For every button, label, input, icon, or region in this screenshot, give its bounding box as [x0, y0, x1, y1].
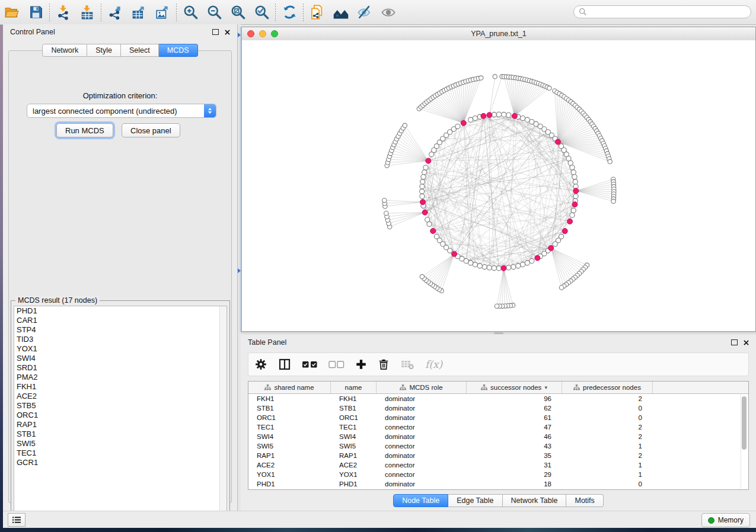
mcds-node[interactable] — [487, 113, 492, 118]
criterion-dropdown[interactable]: largest connected component (undirected) — [27, 104, 216, 118]
network-node[interactable] — [420, 274, 424, 278]
zoom-out-icon[interactable] — [202, 2, 226, 23]
network-node[interactable] — [468, 117, 473, 122]
network-node[interactable] — [568, 161, 573, 165]
table-row[interactable]: YOX1YOX1connector291 — [248, 470, 748, 479]
mcds-node[interactable] — [430, 228, 436, 233]
table-cell[interactable]: 31 — [467, 462, 562, 469]
network-node[interactable] — [434, 234, 439, 239]
table-row[interactable]: ORC1ORC1dominator610 — [248, 413, 748, 422]
table-cell[interactable]: 62 — [467, 405, 562, 412]
result-item[interactable]: SRD1 — [14, 363, 227, 373]
column-icon[interactable] — [278, 356, 291, 373]
mcds-node[interactable] — [422, 210, 428, 215]
network-node[interactable] — [423, 165, 428, 170]
tab-edge-table[interactable]: Edge Table — [448, 494, 502, 507]
zoom-in-icon[interactable] — [178, 2, 202, 23]
result-item[interactable]: ORC1 — [14, 411, 227, 420]
mcds-node[interactable] — [461, 120, 466, 126]
result-item[interactable]: STP4 — [14, 325, 227, 335]
mcds-node[interactable] — [420, 200, 425, 205]
result-item[interactable]: SWI4 — [14, 354, 227, 363]
import-table-icon[interactable] — [75, 2, 99, 23]
table-cell[interactable]: 1 — [562, 443, 653, 450]
table-cell[interactable]: ACE2 — [248, 462, 331, 469]
table-row[interactable]: PHD1PHD1dominator180 — [248, 479, 748, 489]
result-item[interactable]: CAR1 — [14, 316, 227, 325]
network-node[interactable] — [495, 304, 499, 308]
network-node[interactable] — [559, 286, 563, 290]
close-panel-button[interactable]: Close panel — [122, 123, 180, 137]
network-node[interactable] — [608, 159, 612, 164]
network-window-titlebar[interactable]: YPA_prune.txt_1 — [242, 27, 755, 41]
table-cell[interactable]: ACE2 — [331, 462, 377, 469]
result-item[interactable]: PHD1 — [14, 306, 227, 316]
tab-select[interactable]: Select — [121, 44, 159, 57]
network-node[interactable] — [521, 116, 525, 120]
network-node[interactable] — [506, 113, 511, 117]
tab-node-table[interactable]: Node Table — [393, 494, 448, 507]
table-row[interactable]: ACE2ACE2connector311 — [248, 460, 748, 470]
result-item[interactable]: ACE2 — [14, 392, 227, 401]
table-cell[interactable]: SWI4 — [248, 433, 331, 440]
network-node[interactable] — [420, 189, 425, 194]
tab-network-table[interactable]: Network Table — [503, 494, 567, 507]
column-header-predecessor-nodes[interactable]: predecessor nodes — [562, 382, 653, 393]
table-cell[interactable]: dominator — [377, 414, 467, 421]
result-item[interactable]: TEC1 — [14, 448, 227, 458]
network-node[interactable] — [492, 112, 496, 117]
column-header-successor-nodes[interactable]: successor nodes▾ — [467, 382, 562, 393]
memory-button[interactable]: Memory — [701, 513, 750, 527]
network-node[interactable] — [547, 86, 551, 90]
table-cell[interactable]: dominator — [377, 405, 467, 412]
table-cell[interactable]: dominator — [377, 395, 467, 402]
save-session-icon[interactable] — [24, 2, 47, 23]
table-cell[interactable]: ORC1 — [248, 414, 331, 421]
network-graph[interactable] — [242, 40, 755, 331]
table-cell[interactable]: 2 — [562, 424, 653, 431]
table-cell[interactable]: TEC1 — [248, 424, 331, 431]
mcds-node[interactable] — [573, 188, 579, 194]
network-node[interactable] — [611, 199, 615, 203]
table-cell[interactable]: 0 — [562, 414, 653, 421]
table-cell[interactable]: STB1 — [248, 405, 331, 412]
mcds-node[interactable] — [555, 139, 560, 145]
mcds-node[interactable] — [567, 219, 573, 224]
delete-column-icon[interactable] — [378, 356, 390, 373]
mcds-node[interactable] — [426, 158, 431, 164]
tab-mcds[interactable]: MCDS — [159, 44, 198, 57]
table-cell[interactable]: YOX1 — [248, 471, 331, 478]
network-node[interactable] — [421, 175, 426, 180]
table-cell[interactable]: connector — [377, 443, 467, 450]
mcds-node[interactable] — [452, 251, 457, 257]
result-item[interactable]: GCR1 — [14, 458, 227, 467]
network-node[interactable] — [573, 194, 578, 198]
open-file-icon[interactable] — [0, 2, 24, 23]
network-node[interactable] — [422, 170, 427, 175]
table-cell[interactable]: 96 — [467, 395, 562, 402]
network-node[interactable] — [473, 262, 477, 267]
table-cell[interactable]: 0 — [562, 405, 653, 412]
network-node[interactable] — [570, 165, 575, 170]
close-panel-icon[interactable] — [744, 337, 749, 348]
network-node[interactable] — [455, 124, 460, 129]
column-header-MCDS-role[interactable]: MCDS role — [377, 382, 467, 393]
search-field[interactable] — [573, 5, 751, 18]
table-cell[interactable]: FKH1 — [248, 395, 331, 402]
network-node[interactable] — [482, 264, 487, 269]
network-node[interactable] — [525, 261, 529, 265]
task-history-button[interactable] — [8, 513, 25, 527]
mcds-node[interactable] — [535, 255, 540, 261]
mcds-node[interactable] — [512, 113, 517, 118]
network-node[interactable] — [553, 242, 557, 246]
table-cell[interactable]: 0 — [562, 480, 653, 488]
network-node[interactable] — [521, 262, 525, 267]
network-node[interactable] — [572, 175, 577, 180]
first-neighbors-icon[interactable] — [329, 2, 353, 23]
float-panel-icon[interactable] — [212, 27, 219, 37]
gear-icon[interactable] — [254, 356, 267, 373]
table-cell[interactable]: SWI5 — [248, 443, 331, 450]
mcds-node[interactable] — [481, 113, 486, 118]
network-node[interactable] — [516, 264, 521, 268]
table-row[interactable]: RAP1RAP1dominator352 — [248, 451, 748, 460]
